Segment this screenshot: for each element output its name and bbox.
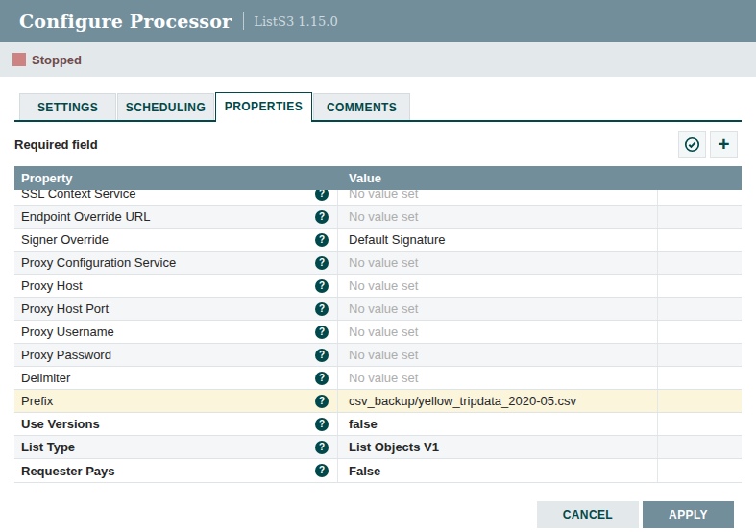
property-value-cell[interactable]: false [338,413,658,435]
verify-properties-button[interactable] [678,131,706,158]
property-value-cell[interactable]: Default Signature [338,229,658,251]
plus-icon: + [718,133,729,154]
property-name: Proxy Password [21,348,111,362]
table-row[interactable]: List Type ? List Objects V1 [14,436,742,459]
help-icon[interactable]: ? [315,233,329,247]
property-value-cell[interactable]: List Objects V1 [338,436,658,458]
help-icon[interactable]: ? [315,349,329,362]
property-value: No value set [349,371,418,385]
row-filler [658,413,742,435]
property-value: No value set [349,190,418,201]
property-name: SSL Context Service [21,190,135,201]
row-filler [658,367,742,389]
help-icon[interactable]: ? [315,190,329,201]
help-icon[interactable]: ? [315,279,329,293]
column-header-property: Property [14,171,338,185]
property-value-cell[interactable]: No value set [338,367,658,389]
property-value: No value set [349,325,418,339]
property-value: No value set [349,302,418,316]
property-name: Proxy Host [21,278,83,293]
tab-properties[interactable]: PROPERTIES [215,92,312,122]
property-name: Use Versions [21,417,100,431]
property-name: Prefix [21,394,53,408]
check-circle-icon [684,136,700,153]
property-name: Signer Override [21,232,109,247]
property-name: Delimiter [21,371,70,385]
title-separator [243,12,244,30]
row-filler [658,298,742,320]
row-filler [658,252,742,274]
table-row[interactable]: Use Versions ? false [14,413,742,436]
cancel-button[interactable]: CANCEL [537,501,639,528]
property-value-cell[interactable]: No value set [338,190,658,205]
table-row[interactable]: Proxy Host Port ? No value set [14,298,742,321]
dialog-header: Configure Processor ListS3 1.15.0 [0,0,756,42]
property-value: No value set [349,348,418,362]
row-filler [658,344,742,366]
tab-settings[interactable]: SETTINGS [19,93,116,120]
table-row[interactable]: Endpoint Override URL ? No value set [14,206,742,229]
property-value: false [349,417,378,431]
table-row[interactable]: Proxy Host ? No value set [14,275,742,298]
property-value-cell[interactable]: No value set [338,206,658,228]
help-icon[interactable]: ? [315,418,329,431]
property-value-cell[interactable]: No value set [338,321,658,343]
property-value-cell[interactable]: No value set [338,298,658,320]
help-icon[interactable]: ? [315,210,329,224]
table-row[interactable]: SSL Context Service ? No value set [14,190,742,206]
help-icon[interactable]: ? [315,395,329,408]
property-value: Default Signature [349,232,445,247]
property-name: List Type [21,440,75,454]
table-row[interactable]: Signer Override ? Default Signature [14,229,742,252]
property-name: Proxy Host Port [21,302,109,316]
row-filler [658,229,742,251]
property-name: Proxy Configuration Service [21,255,176,270]
tab-comments[interactable]: COMMENTS [313,93,410,120]
table-row[interactable]: Proxy Configuration Service ? No value s… [14,252,742,275]
stopped-icon [12,53,26,66]
table-row[interactable]: Proxy Password ? No value set [14,344,742,367]
properties-toolbar: Required field + [14,122,742,166]
help-icon[interactable]: ? [315,441,329,454]
property-value-cell[interactable]: No value set [338,252,658,274]
property-value: No value set [349,278,418,293]
property-value: No value set [349,209,418,224]
help-icon[interactable]: ? [315,372,329,385]
property-value: List Objects V1 [349,440,439,454]
help-icon[interactable]: ? [315,302,329,316]
table-row[interactable]: Prefix ? csv_backup/yellow_tripdata_2020… [14,390,742,413]
apply-button[interactable]: APPLY [643,501,734,528]
property-value: No value set [349,255,418,270]
toolbar-buttons: + [678,131,742,158]
table-row[interactable]: Requester Pays ? False [14,459,742,482]
property-value-cell[interactable]: False [338,459,658,482]
property-value: csv_backup/yellow_tripdata_2020-05.csv [349,394,576,408]
status-bar: Stopped [0,42,756,77]
tab-bar: SETTINGS SCHEDULING PROPERTIES COMMENTS [14,92,742,122]
processor-name-version: ListS3 1.15.0 [254,14,337,29]
dialog-content: SETTINGS SCHEDULING PROPERTIES COMMENTS … [0,92,756,528]
property-table-body: SSL Context Service ? No value set Endpo… [14,190,742,482]
add-property-button[interactable]: + [710,131,738,158]
tab-scheduling[interactable]: SCHEDULING [117,93,214,120]
table-row[interactable]: Delimiter ? No value set [14,367,742,390]
help-icon[interactable]: ? [315,256,329,270]
row-filler [658,436,742,458]
property-value-cell[interactable]: No value set [338,344,658,366]
property-value-cell[interactable]: csv_backup/yellow_tripdata_2020-05.csv [338,390,658,412]
property-value-cell[interactable]: No value set [338,275,658,297]
dialog-title: Configure Processor [19,11,232,32]
table-header: Property Value [14,166,742,190]
row-filler [658,275,742,297]
status-label: Stopped [32,53,82,67]
column-header-value: Value [338,171,658,185]
row-filler [658,206,742,228]
property-value: False [349,464,380,478]
dialog-footer: CANCEL APPLY [14,501,742,528]
required-field-label: Required field [14,137,98,152]
property-name: Proxy Username [21,325,114,339]
help-icon[interactable]: ? [315,326,329,339]
row-filler [658,190,742,205]
table-row[interactable]: Proxy Username ? No value set [14,321,742,344]
help-icon[interactable]: ? [315,464,329,477]
